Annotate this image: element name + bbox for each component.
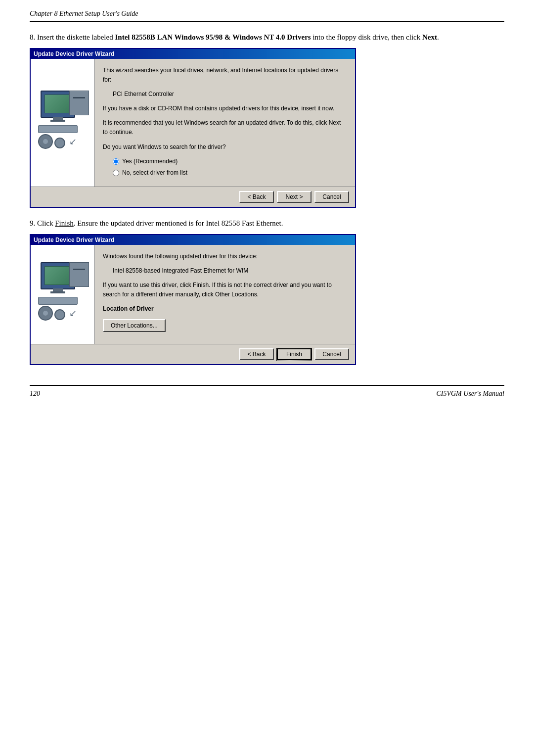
- dialog1-para3: Do you want Windows to search for the dr…: [103, 142, 347, 152]
- screen-inner2: [45, 267, 71, 284]
- dialog2-driver-name: Intel 82558-based Integrated Fast Ethern…: [113, 266, 347, 276]
- step9-instruction: 9. Click Finish. Ensure the updated driv…: [30, 218, 504, 229]
- cd-drive3: [38, 306, 53, 321]
- radio-yes-label: Yes (Recommended): [122, 157, 178, 166]
- other-locations-button[interactable]: Other Locations...: [103, 319, 166, 332]
- dialog1-update-device-driver: Update Device Driver Wizard: [30, 48, 356, 208]
- page-footer: 120 CI5VGM User's Manual: [30, 385, 504, 398]
- dialog1-image-area: ↙: [31, 59, 95, 187]
- dialog1-titlebar: Update Device Driver Wizard: [31, 49, 355, 59]
- step8-instruction: 8. Insert the diskette labeled Intel 825…: [30, 32, 504, 43]
- chapter-title: Chapter 8 Ethernet Setup User's Guide: [30, 10, 138, 17]
- dialog2-location-label: Location of Driver: [103, 304, 347, 314]
- dialog2-update-device-driver: Update Device Driver Wizard: [30, 234, 356, 365]
- cd-drive2: [54, 138, 65, 148]
- other-locations-container: Other Locations...: [103, 319, 347, 337]
- dialog1-content: This wizard searches your local drives, …: [95, 59, 355, 187]
- cd-drive4: [54, 309, 65, 320]
- dialog1-radio-group: Yes (Recommended) No, select driver from…: [113, 157, 347, 178]
- dialog1-para1: If you have a disk or CD-ROM that contai…: [103, 104, 347, 113]
- monitor-screen: [44, 94, 71, 113]
- monitor-stand2: [50, 291, 65, 293]
- monitor-screen2: [44, 266, 71, 285]
- computer-illustration-2: ↙: [36, 262, 89, 327]
- disk-slot: [73, 97, 85, 98]
- dialog2-cancel-button[interactable]: Cancel: [314, 348, 349, 360]
- computer-illustration: ↙: [36, 91, 89, 155]
- dialog2-intro: Windows found the following updated driv…: [103, 252, 347, 261]
- dialog2-image-area: ↙: [31, 245, 95, 344]
- arrow-decoration: ↙: [69, 136, 77, 147]
- keyboard: [38, 125, 78, 133]
- dialog1-title: Update Device Driver Wizard: [34, 50, 114, 57]
- page-number: 120: [30, 390, 40, 398]
- disk-drive: [69, 91, 89, 115]
- disk-drive2: [69, 262, 89, 287]
- dialog1-cancel-button[interactable]: Cancel: [314, 191, 349, 203]
- dialog2-titlebar: Update Device Driver Wizard: [31, 235, 355, 245]
- manual-title: CI5VGM User's Manual: [436, 390, 504, 398]
- dialog2-finish-button[interactable]: Finish: [277, 348, 312, 360]
- dialog2-para1: If you want to use this driver, click Fi…: [103, 281, 347, 299]
- dialog1-para2: It is recommended that you let Windows s…: [103, 118, 347, 137]
- dialog2-content: Windows found the following updated driv…: [95, 245, 355, 344]
- dialog1-intro: This wizard searches your local drives, …: [103, 66, 347, 85]
- arrow-decoration2: ↙: [69, 308, 77, 319]
- dialog2-footer: < Back Finish Cancel: [31, 344, 355, 364]
- dialog2-title: Update Device Driver Wizard: [34, 236, 114, 243]
- screen-inner: [45, 95, 71, 113]
- dialog1-back-button[interactable]: < Back: [239, 191, 274, 203]
- finish-text: Finish: [55, 219, 74, 227]
- cd-drive1: [38, 134, 53, 149]
- cd-center3: [43, 311, 48, 316]
- dialog1-device: PCI Ethernet Controller: [113, 90, 347, 99]
- radio-yes-input[interactable]: [113, 158, 119, 165]
- radio-yes[interactable]: Yes (Recommended): [113, 157, 347, 166]
- cd-center1: [43, 139, 48, 144]
- dialog1-next-button[interactable]: Next >: [277, 191, 312, 203]
- radio-no-input[interactable]: [113, 170, 119, 176]
- disk-slot2: [73, 269, 85, 270]
- dialog2-back-button[interactable]: < Back: [239, 348, 274, 360]
- keyboard2: [38, 297, 78, 305]
- monitor-stand: [50, 120, 65, 122]
- dialog1-footer: < Back Next > Cancel: [31, 187, 355, 207]
- radio-no[interactable]: No, select driver from list: [113, 168, 347, 178]
- radio-no-label: No, select driver from list: [122, 168, 187, 178]
